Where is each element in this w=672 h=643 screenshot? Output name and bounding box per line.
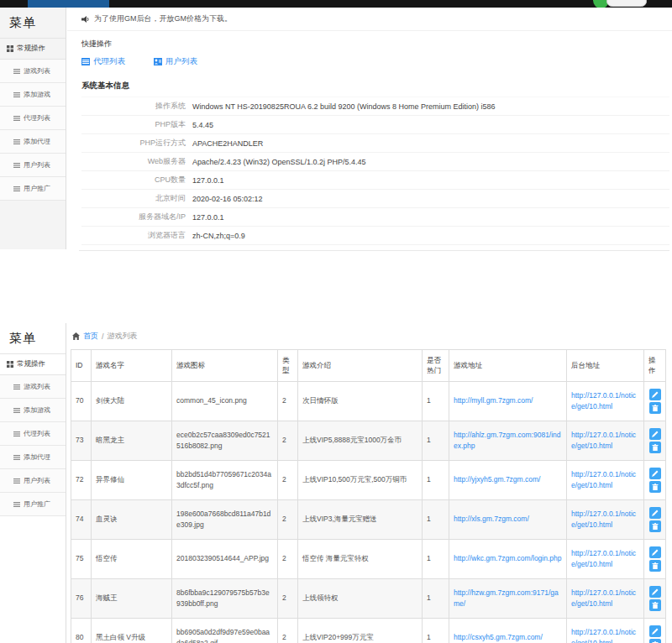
delete-button[interactable] bbox=[649, 481, 661, 493]
edit-button[interactable] bbox=[649, 586, 661, 598]
sidebar-item-label: 代理列表 bbox=[24, 429, 50, 438]
delete-icon bbox=[652, 484, 659, 490]
is-hot-cell: 1 bbox=[423, 421, 449, 460]
sidebar-item-添加游戏[interactable]: 添加游戏 bbox=[0, 399, 66, 422]
speaker-icon bbox=[81, 15, 90, 24]
sidebar-item-label: 用户推广 bbox=[24, 499, 50, 509]
quick-links: 代理列表用户列表 bbox=[67, 50, 672, 69]
table-row: 76海贼王8b6fbba9c129079575b57b3e939bb0ff.pn… bbox=[71, 578, 666, 618]
sidebar-item-代理列表[interactable]: 代理列表 bbox=[0, 107, 66, 130]
edit-button[interactable] bbox=[649, 389, 661, 400]
delete-icon bbox=[652, 405, 659, 411]
breadcrumb-current: 游戏列表 bbox=[108, 331, 138, 342]
table-row: 80黑土白领 V升级bb6905a0d2df9d97e59e0baada6d58… bbox=[71, 618, 666, 643]
game-name-cell: 暗黑龙主 bbox=[92, 421, 172, 460]
game-intro-cell: 上线VIP10,500万元宝,500万铜币 bbox=[298, 460, 423, 499]
menu-title: 菜单 bbox=[0, 8, 66, 38]
sidebar-item-用户列表[interactable]: 用户列表 bbox=[0, 469, 66, 493]
browser-tab bbox=[28, 0, 109, 8]
game-intro-cell: 上线VIP3,海量元宝赠送 bbox=[298, 499, 423, 539]
delete-button[interactable] bbox=[649, 520, 661, 532]
info-label: 浏览器语言 bbox=[81, 227, 192, 245]
alert-text: 为了使用GM后台，开放GM价格为下载。 bbox=[94, 13, 232, 24]
game-icon-file-cell: 198e600a7668bcd811a47b1de309.jpg bbox=[172, 499, 278, 539]
sidebar-item-用户推广[interactable]: 用户推广 bbox=[0, 177, 66, 201]
browser-pill bbox=[606, 0, 647, 7]
info-value: 5.4.45 bbox=[192, 116, 669, 134]
backend-url-cell[interactable]: http://127.0.0.1/notice/get/10.html bbox=[567, 460, 644, 499]
quick-actions-title: 快捷操作 bbox=[67, 31, 672, 50]
column-header-类型: 类型 bbox=[278, 350, 298, 382]
delete-button[interactable] bbox=[649, 442, 661, 453]
sidebar-item-label: 用户列表 bbox=[24, 476, 50, 485]
is-hot-cell: 1 bbox=[423, 460, 449, 499]
delete-icon bbox=[652, 444, 659, 451]
breadcrumb-separator: / bbox=[102, 332, 104, 341]
sidebar-item-游戏列表[interactable]: 游戏列表 bbox=[0, 60, 66, 83]
list-icon bbox=[13, 186, 20, 192]
info-label: Web服务器 bbox=[81, 153, 192, 171]
edit-icon bbox=[652, 628, 659, 635]
game-url-cell[interactable]: http://hzw.gm.7zgm.com:9171/game/ bbox=[449, 578, 567, 618]
sidebar-item-添加代理[interactable]: 添加代理 bbox=[0, 130, 66, 154]
list-icon bbox=[13, 501, 20, 508]
gm-notice-alert: 为了使用GM后台，开放GM价格为下载。 bbox=[67, 8, 672, 31]
delete-button[interactable] bbox=[649, 560, 661, 572]
edit-button[interactable] bbox=[649, 468, 661, 479]
backend-url-cell[interactable]: http://127.0.0.1/notice/get/10.html bbox=[567, 499, 644, 539]
operations-cell bbox=[644, 460, 666, 499]
game-intro-cell: 上线领特权 bbox=[298, 578, 423, 618]
breadcrumb-home-link[interactable]: 首页 bbox=[83, 331, 98, 342]
sidebar-bottom: 菜单 常规操作 游戏列表添加游戏代理列表添加代理用户列表用户推广 bbox=[0, 323, 66, 643]
sidebar-item-label: 添加代理 bbox=[24, 137, 50, 146]
sidebar-item-添加游戏[interactable]: 添加游戏 bbox=[0, 83, 66, 107]
column-header-游戏地址: 游戏地址 bbox=[449, 350, 567, 382]
game-name-cell: 黑土白领 V升级 bbox=[92, 618, 172, 643]
backend-url-cell[interactable]: http://127.0.0.1/notice/get/10.html bbox=[567, 618, 644, 643]
edit-button[interactable] bbox=[649, 428, 661, 440]
id-cell: 74 bbox=[71, 499, 92, 539]
operations-cell bbox=[644, 381, 666, 421]
game-url-cell[interactable]: http://myll.gm.7zgm.com/ bbox=[449, 381, 567, 421]
delete-button[interactable] bbox=[649, 639, 661, 643]
quick-link-代理列表[interactable]: 代理列表 bbox=[81, 56, 125, 67]
delete-button[interactable] bbox=[649, 599, 661, 611]
list-icon bbox=[13, 384, 20, 390]
delete-button[interactable] bbox=[649, 402, 661, 414]
id-cell: 75 bbox=[71, 539, 92, 578]
edit-button[interactable] bbox=[649, 625, 661, 637]
game-url-cell[interactable]: http://csxyh5.gm.7zgm.com/ bbox=[449, 618, 567, 643]
edit-button[interactable] bbox=[649, 507, 661, 519]
game-url-cell[interactable]: http://ahlz.gm.7zgm.com:9081/index.php bbox=[449, 421, 567, 460]
sidebar-item-label: 用户推广 bbox=[24, 184, 50, 193]
sidebar-item-代理列表[interactable]: 代理列表 bbox=[0, 422, 66, 446]
backend-url-cell[interactable]: http://127.0.0.1/notice/get/10.html bbox=[567, 539, 644, 578]
sidebar-section-common-ops[interactable]: 常规操作 bbox=[0, 38, 66, 60]
game-url-cell[interactable]: http://xls.gm.7zgm.com/ bbox=[449, 499, 567, 539]
game-list-panel: 菜单 常规操作 游戏列表添加游戏代理列表添加代理用户列表用户推广 首页 / 游戏… bbox=[0, 323, 672, 643]
id-cell: 73 bbox=[71, 421, 92, 460]
sidebar-item-添加代理[interactable]: 添加代理 bbox=[0, 446, 66, 469]
column-header-后台地址: 后台地址 bbox=[567, 350, 644, 382]
backend-url-cell[interactable]: http://127.0.0.1/notice/get/10.html bbox=[567, 421, 644, 460]
is-hot-cell: 1 bbox=[423, 618, 449, 643]
browser-strip bbox=[0, 0, 672, 8]
sidebar-item-用户推广[interactable]: 用户推广 bbox=[0, 493, 66, 516]
game-icon-file-cell: bb6905a0d2df9d97e59e0baada6d58a2.gif bbox=[172, 618, 278, 643]
list-icon bbox=[13, 407, 20, 414]
edit-button[interactable] bbox=[649, 546, 661, 558]
quick-link-用户列表[interactable]: 用户列表 bbox=[154, 56, 197, 67]
sidebar-section-common-ops[interactable]: 常规操作 bbox=[0, 353, 66, 375]
info-row: 北京时间2020-02-16 05:02:12 bbox=[81, 190, 669, 208]
home-icon bbox=[72, 332, 80, 340]
backend-url-cell[interactable]: http://127.0.0.1/notice/get/10.html bbox=[567, 578, 644, 618]
backend-url-cell[interactable]: http://127.0.0.1/notice/get/10.html bbox=[567, 381, 644, 421]
info-value: 127.0.0.1 bbox=[192, 208, 669, 227]
game-url-cell[interactable]: http://yjxyh5.gm.7zgm.com/ bbox=[449, 460, 567, 499]
info-label: 操作系统 bbox=[81, 97, 192, 116]
sidebar-item-游戏列表[interactable]: 游戏列表 bbox=[0, 375, 66, 399]
game-url-cell[interactable]: http://wkc.gm.7zgm.com/login.php bbox=[449, 539, 567, 578]
column-header-游戏图标: 游戏图标 bbox=[172, 350, 278, 382]
sidebar-item-用户列表[interactable]: 用户列表 bbox=[0, 154, 66, 177]
dashboard-main: 为了使用GM后台，开放GM价格为下载。 快捷操作 代理列表用户列表 系统基本信息… bbox=[67, 8, 672, 249]
